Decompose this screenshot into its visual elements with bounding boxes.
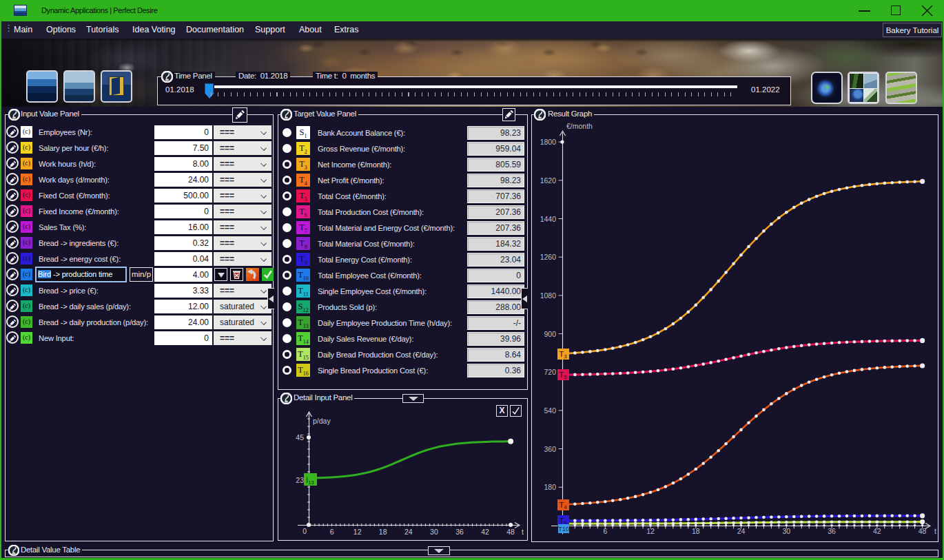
svg-text:12: 12 [353,528,362,536]
svg-text:1080: 1080 [540,291,557,300]
svg-text:36: 36 [828,527,836,535]
svg-text:T10: T10 [558,526,569,532]
svg-text:36: 36 [455,528,464,536]
svg-text:900: 900 [544,330,556,338]
svg-text:540: 540 [544,406,556,415]
svg-text:€/month: €/month [566,122,593,130]
svg-text:30: 30 [782,527,790,535]
svg-text:42: 42 [873,527,881,535]
svg-text:6: 6 [603,527,607,535]
svg-text:30: 30 [430,528,438,536]
svg-text:18: 18 [379,528,387,536]
svg-text:1260: 1260 [540,253,557,261]
svg-text:23: 23 [296,476,304,484]
svg-text:24: 24 [404,528,413,536]
svg-text:45: 45 [296,433,304,442]
svg-text:1440: 1440 [540,215,557,223]
svg-text:180: 180 [544,483,556,491]
svg-text:0: 0 [302,527,307,535]
svg-text:1800: 1800 [540,138,557,146]
svg-text:18: 18 [692,527,700,535]
svg-text:t: t [522,528,524,536]
svg-text:48: 48 [506,528,515,536]
svg-text:360: 360 [544,445,556,453]
svg-text:42: 42 [481,528,489,536]
svg-text:720: 720 [544,368,556,376]
svg-text:t: t [934,527,936,535]
svg-text:24: 24 [737,527,746,535]
svg-text:6: 6 [330,528,334,536]
svg-text:1620: 1620 [540,176,557,185]
svg-text:12: 12 [646,527,655,535]
svg-text:48: 48 [919,527,927,535]
svg-text:p/day: p/day [313,417,331,425]
